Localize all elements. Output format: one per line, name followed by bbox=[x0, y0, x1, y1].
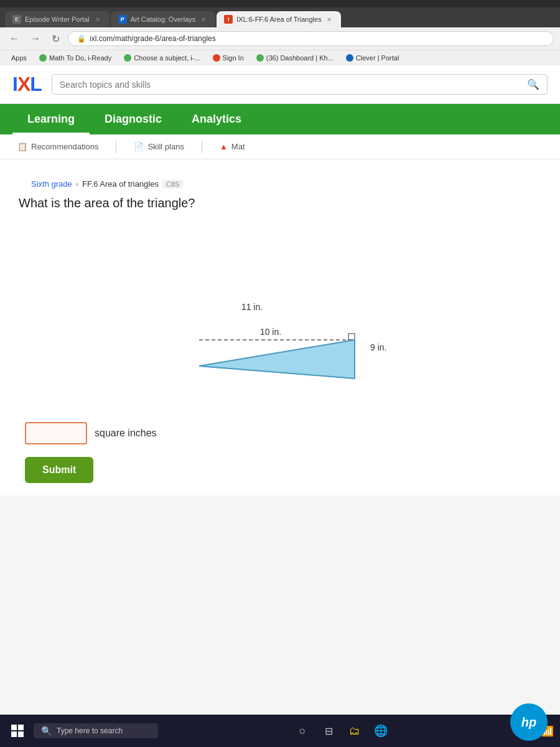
tab-episode-writer-label: Episode Writer Portal bbox=[25, 16, 90, 23]
subnav-mat[interactable]: ▲ Mat bbox=[215, 139, 250, 154]
measurement-9in: 9 in. bbox=[370, 342, 386, 352]
breadcrumb-sep: › bbox=[76, 179, 78, 189]
tab-art-catalog-label: Art Catalog: Overlays bbox=[131, 16, 196, 23]
bookmark-signin[interactable]: Sign In bbox=[208, 52, 249, 63]
bookmark-dashboard-label: (36) Dashboard | Kh... bbox=[266, 54, 334, 62]
submit-button[interactable]: Submit bbox=[25, 457, 93, 483]
tab-ixl-icon: I bbox=[224, 15, 233, 24]
start-button[interactable] bbox=[6, 720, 29, 742]
taskbar: 🔍 Type here to search ○ ⊟ 🗂 🌐 🔊 📶 bbox=[0, 715, 560, 747]
tab-episode-writer-close[interactable]: ✕ bbox=[93, 15, 102, 24]
subnav-recommendations[interactable]: 📋 Recommendations bbox=[12, 139, 103, 154]
tab-learning-label: Learning bbox=[27, 113, 75, 125]
bookmark-math[interactable]: Math To Do, i-Ready bbox=[34, 52, 116, 63]
ixl-logo-x: X bbox=[17, 73, 30, 95]
subnav-skill-plans[interactable]: 📄 Skill plans bbox=[129, 139, 189, 154]
sub-nav-divider-2 bbox=[202, 141, 202, 153]
mat-icon: ▲ bbox=[220, 142, 228, 151]
bookmark-signin-icon bbox=[213, 54, 220, 62]
tab-ixl-label: IXL:6-FF.6 Area of Triangles bbox=[236, 16, 321, 23]
refresh-button[interactable]: ↻ bbox=[49, 32, 63, 46]
forward-button[interactable]: → bbox=[27, 32, 44, 45]
recommendations-icon: 📋 bbox=[17, 142, 27, 151]
bookmark-choose-icon bbox=[124, 54, 131, 62]
bookmark-choose[interactable]: Choose a subject, i-... bbox=[119, 52, 205, 63]
tab-art-catalog-close[interactable]: ✕ bbox=[199, 15, 208, 24]
hp-logo: hp bbox=[510, 703, 548, 741]
tab-diagnostic[interactable]: Diagnostic bbox=[90, 104, 177, 134]
sub-nav: 📋 Recommendations 📄 Skill plans ▲ Mat bbox=[0, 134, 560, 159]
bookmark-apps-label: Apps bbox=[11, 54, 27, 62]
address-text: ixl.com/math/grade-6/area-of-triangles bbox=[90, 34, 216, 43]
bookmark-dashboard[interactable]: (36) Dashboard | Kh... bbox=[251, 52, 338, 63]
question-text: What is the area of the triangle? bbox=[19, 196, 541, 210]
tab-ixl[interactable]: I IXL:6-FF.6 Area of Triangles ✕ bbox=[217, 11, 341, 27]
answer-row: square inches bbox=[19, 422, 541, 444]
bookmark-clever-label: Clever | Portal bbox=[356, 54, 399, 62]
svg-rect-2 bbox=[348, 334, 355, 340]
ixl-logo: IXL bbox=[12, 73, 42, 96]
tab-art-catalog[interactable]: P Art Catalog: Overlays ✕ bbox=[111, 11, 216, 27]
breadcrumb-skill: FF.6 Area of triangles bbox=[82, 179, 159, 189]
tab-episode-writer[interactable]: E Episode Writer Portal ✕ bbox=[5, 11, 110, 27]
taskbar-folder-icon[interactable]: 🗂 bbox=[343, 720, 366, 742]
measurement-11in: 11 in. bbox=[241, 302, 263, 312]
tab-diagnostic-label: Diagnostic bbox=[105, 113, 162, 125]
recommendations-label: Recommendations bbox=[31, 142, 98, 151]
tab-ixl-close[interactable]: ✕ bbox=[325, 15, 334, 24]
address-bar-row: ← → ↻ 🔒 ixl.com/math/grade-6/area-of-tri… bbox=[0, 27, 560, 50]
tab-analytics-label: Analytics bbox=[192, 113, 241, 125]
taskbar-cortana-icon[interactable]: ○ bbox=[291, 720, 314, 742]
skill-plans-label: Skill plans bbox=[147, 142, 184, 151]
browser-chrome: E Episode Writer Portal ✕ P Art Catalog:… bbox=[0, 7, 560, 65]
search-icon: 🔍 bbox=[527, 78, 539, 90]
breadcrumb-grade[interactable]: Sixth grade bbox=[31, 179, 72, 189]
triangle-diagram: 11 in. 10 in. 9 in. bbox=[162, 229, 398, 403]
bookmark-clever-icon bbox=[346, 54, 353, 62]
breadcrumb: Sixth grade › FF.6 Area of triangles C8S bbox=[19, 172, 541, 196]
back-button[interactable]: ← bbox=[6, 32, 22, 45]
search-bar[interactable]: 🔍 bbox=[52, 74, 548, 95]
tab-episode-writer-icon: E bbox=[12, 15, 21, 24]
address-bar[interactable]: 🔒 ixl.com/math/grade-6/area-of-triangles bbox=[68, 31, 554, 46]
bookmark-math-label: Math To Do, i-Ready bbox=[49, 54, 111, 62]
taskbar-search[interactable]: 🔍 Type here to search bbox=[34, 723, 158, 738]
taskbar-center: ○ ⊟ 🗂 🌐 bbox=[163, 720, 520, 742]
tab-art-catalog-icon: P bbox=[118, 15, 127, 24]
mat-label: Mat bbox=[231, 142, 245, 151]
bookmark-apps[interactable]: Apps bbox=[6, 52, 32, 63]
triangle-svg: 11 in. 10 in. 9 in. bbox=[162, 229, 398, 403]
ixl-logo-i: I bbox=[12, 73, 17, 95]
taskbar-search-icon: 🔍 bbox=[41, 726, 52, 736]
bookmarks-bar: Apps Math To Do, i-Ready Choose a subjec… bbox=[0, 50, 560, 65]
measurement-10in: 10 in. bbox=[260, 327, 281, 337]
nav-tabs: Learning Diagnostic Analytics bbox=[0, 104, 560, 134]
bookmark-choose-label: Choose a subject, i-... bbox=[134, 54, 200, 62]
windows-icon bbox=[11, 725, 24, 737]
answer-input[interactable] bbox=[25, 422, 87, 444]
main-content: IXL 🔍 Learning Diagnostic Analytics 📋 Re… bbox=[0, 65, 560, 720]
answer-unit: square inches bbox=[95, 428, 157, 439]
tab-learning[interactable]: Learning bbox=[12, 104, 90, 134]
taskbar-edge-icon[interactable]: 🌐 bbox=[370, 720, 392, 742]
ixl-logo-l: L bbox=[30, 73, 42, 95]
taskbar-task-view-icon[interactable]: ⊟ bbox=[317, 720, 340, 742]
search-input[interactable] bbox=[60, 80, 522, 90]
bookmark-math-icon bbox=[39, 54, 47, 62]
sub-nav-divider-1 bbox=[116, 141, 116, 153]
bookmark-signin-label: Sign In bbox=[223, 54, 244, 62]
question-area: Sixth grade › FF.6 Area of triangles C8S… bbox=[0, 159, 560, 496]
lock-icon: 🔒 bbox=[77, 35, 86, 43]
bookmark-dashboard-icon bbox=[256, 54, 264, 62]
tab-bar: E Episode Writer Portal ✕ P Art Catalog:… bbox=[0, 11, 560, 27]
ixl-header: IXL 🔍 bbox=[0, 65, 560, 104]
skill-code-badge: C8S bbox=[162, 180, 183, 189]
bookmark-clever[interactable]: Clever | Portal bbox=[341, 52, 404, 63]
top-bar bbox=[0, 0, 560, 7]
skill-plans-icon: 📄 bbox=[134, 142, 144, 151]
taskbar-search-text: Type here to search bbox=[57, 726, 123, 735]
tab-analytics[interactable]: Analytics bbox=[177, 104, 256, 134]
